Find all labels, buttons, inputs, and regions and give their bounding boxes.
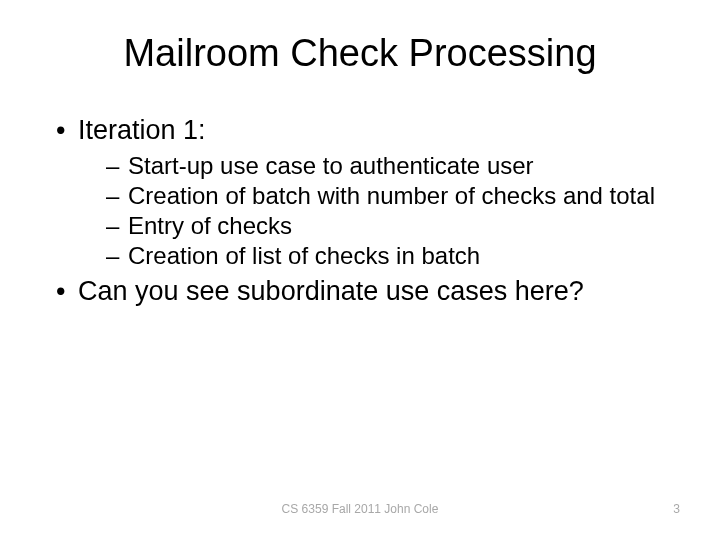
bullet-list: Iteration 1: Start-up use case to authen… [50,115,670,307]
sub-bullet-item: Creation of batch with number of checks … [78,182,670,210]
bullet-item: Can you see subordinate use cases here? [50,276,670,307]
slide-title: Mailroom Check Processing [50,32,670,75]
bullet-text: Can you see subordinate use cases here? [78,276,584,306]
page-number: 3 [673,502,680,516]
sub-bullet-item: Entry of checks [78,212,670,240]
sub-bullet-list: Start-up use case to authenticate user C… [78,152,670,270]
sub-bullet-item: Start-up use case to authenticate user [78,152,670,180]
footer-course-info: CS 6359 Fall 2011 John Cole [282,502,439,516]
slide: Mailroom Check Processing Iteration 1: S… [0,0,720,540]
slide-footer: CS 6359 Fall 2011 John Cole 3 [0,502,720,522]
sub-bullet-item: Creation of list of checks in batch [78,242,670,270]
bullet-item: Iteration 1: Start-up use case to authen… [50,115,670,270]
bullet-text: Iteration 1: [78,115,206,145]
